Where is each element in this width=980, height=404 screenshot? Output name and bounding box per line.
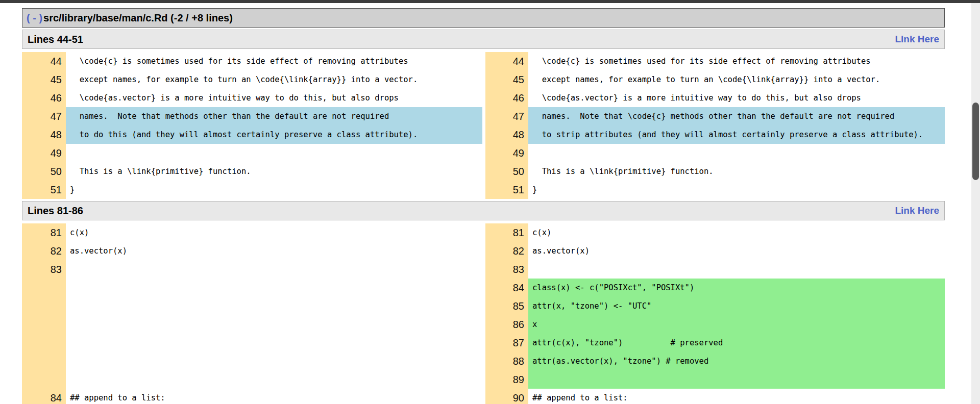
code-line-old: names. Note that methods other than the …	[66, 107, 482, 125]
line-number-old: 47	[22, 107, 66, 125]
diff-row: 4949	[22, 144, 945, 162]
diff-sections: Lines 44-51Link Here44 \code{c} is somet…	[22, 30, 945, 404]
line-number-old	[22, 334, 66, 352]
code-line-new	[528, 144, 945, 162]
diff-row: 44 \code{c} is sometimes used for its si…	[22, 52, 945, 70]
line-number-new: 86	[485, 315, 528, 334]
line-number-old	[22, 315, 66, 334]
code-line-new	[528, 260, 945, 279]
link-here-link[interactable]: Link Here	[895, 205, 939, 216]
diff-row: 45 except names, for example to turn an …	[22, 70, 945, 89]
code-line-new: c(x)	[528, 223, 945, 242]
code-line-old: \code{as.vector} is a more intuitive way…	[66, 89, 482, 107]
code-line-new: }	[528, 181, 945, 199]
diff-rows: 44 \code{c} is sometimes used for its si…	[22, 52, 945, 199]
code-line-old: \code{c} is sometimes used for its side …	[66, 52, 482, 70]
section-header: Lines 44-51Link Here	[22, 30, 945, 49]
code-line-old: as.vector(x)	[66, 242, 482, 260]
line-number-new: 46	[485, 89, 528, 107]
code-line-new	[528, 370, 945, 389]
line-number-old: 84	[22, 389, 66, 404]
diff-section: Lines 81-86Link Here81c(x)81c(x)82as.vec…	[22, 201, 945, 404]
line-number-new: 84	[485, 279, 528, 297]
line-number-old	[22, 370, 66, 389]
code-line-old	[66, 352, 482, 370]
diff-section: Lines 44-51Link Here44 \code{c} is somet…	[22, 30, 945, 199]
code-line-old: except names, for example to turn an \co…	[66, 70, 482, 89]
code-line-old	[66, 334, 482, 352]
code-line-old	[66, 297, 482, 315]
diff-row: 84## append to a list:90## append to a l…	[22, 389, 945, 404]
line-number-new: 82	[485, 242, 528, 260]
diff-row: 81c(x)81c(x)	[22, 223, 945, 242]
line-number-old: 46	[22, 89, 66, 107]
diff-row: 8383	[22, 260, 945, 279]
file-header: ( - ) src/library/base/man/c.Rd (-2 / +8…	[22, 8, 945, 28]
code-line-old: c(x)	[66, 223, 482, 242]
diff-row: 86x	[22, 315, 945, 334]
diff-row: 48 to do this (and they will almost cert…	[22, 125, 945, 144]
code-line-new: except names, for example to turn an \co…	[528, 70, 945, 89]
top-scroll-edge	[0, 0, 980, 3]
code-line-old	[66, 144, 482, 162]
code-line-old: This is a \link{primitive} function.	[66, 162, 482, 181]
diff-row: 47 names. Note that methods other than t…	[22, 107, 945, 125]
line-number-old: 45	[22, 70, 66, 89]
code-line-new: \code{c} is sometimes used for its side …	[528, 52, 945, 70]
diff-row: 46 \code{as.vector} is a more intuitive …	[22, 89, 945, 107]
line-number-old: 49	[22, 144, 66, 162]
section-label: Lines 44-51	[28, 34, 83, 45]
vertical-scrollbar[interactable]	[971, 3, 980, 404]
code-line-new: ## append to a list:	[528, 389, 945, 404]
code-line-new: to strip attributes (and they will almos…	[528, 125, 945, 144]
line-number-new: 51	[485, 181, 528, 199]
diff-row: 89	[22, 370, 945, 389]
diff-row: 50 This is a \link{primitive} function.5…	[22, 162, 945, 181]
code-line-old	[66, 260, 482, 279]
line-number-old: 51	[22, 181, 66, 199]
section-label: Lines 81-86	[28, 205, 83, 217]
line-number-old	[22, 297, 66, 315]
line-number-old: 44	[22, 52, 66, 70]
diff-row: 82as.vector(x)82as.vector(x)	[22, 242, 945, 260]
code-line-new: \code{as.vector} is a more intuitive way…	[528, 89, 945, 107]
code-line-new: x	[528, 315, 945, 334]
code-line-old: }	[66, 181, 482, 199]
line-number-new: 45	[485, 70, 528, 89]
code-line-new: This is a \link{primitive} function.	[528, 162, 945, 181]
line-number-new: 88	[485, 352, 528, 370]
line-number-old	[22, 352, 66, 370]
line-number-new: 81	[485, 223, 528, 242]
line-number-new: 44	[485, 52, 528, 70]
code-line-old	[66, 279, 482, 297]
diff-row: 87attr(c(x), "tzone") # preserved	[22, 334, 945, 352]
file-title: src/library/base/man/c.Rd (-2 / +8 lines…	[43, 12, 233, 24]
diff-page: ( - ) src/library/base/man/c.Rd (-2 / +8…	[22, 8, 945, 404]
link-here-link[interactable]: Link Here	[895, 34, 939, 45]
line-number-new: 85	[485, 297, 528, 315]
line-number-old: 83	[22, 260, 66, 279]
line-number-new: 47	[485, 107, 528, 125]
code-line-new: attr(as.vector(x), "tzone") # removed	[528, 352, 945, 370]
line-number-new: 50	[485, 162, 528, 181]
line-number-new: 87	[485, 334, 528, 352]
diff-row: 84class(x) <- c("POSIXct", "POSIXt")	[22, 279, 945, 297]
diff-row: 88attr(as.vector(x), "tzone") # removed	[22, 352, 945, 370]
line-number-old: 48	[22, 125, 66, 144]
code-line-new: names. Note that \code{c} methods other …	[528, 107, 945, 125]
line-number-old: 81	[22, 223, 66, 242]
line-number-old	[22, 279, 66, 297]
code-line-old: ## append to a list:	[66, 389, 482, 404]
code-line-old	[66, 315, 482, 334]
code-line-new: attr(x, "tzone") <- "UTC"	[528, 297, 945, 315]
scrollbar-thumb[interactable]	[972, 103, 979, 180]
line-number-old: 50	[22, 162, 66, 181]
line-number-new: 49	[485, 144, 528, 162]
diff-rows: 81c(x)81c(x)82as.vector(x)82as.vector(x)…	[22, 223, 945, 404]
code-line-new: attr(c(x), "tzone") # preserved	[528, 334, 945, 352]
code-line-new: as.vector(x)	[528, 242, 945, 260]
line-number-new: 90	[485, 389, 528, 404]
collapse-toggle[interactable]: ( - )	[27, 12, 42, 24]
line-number-new: 83	[485, 260, 528, 279]
diff-row: 85attr(x, "tzone") <- "UTC"	[22, 297, 945, 315]
